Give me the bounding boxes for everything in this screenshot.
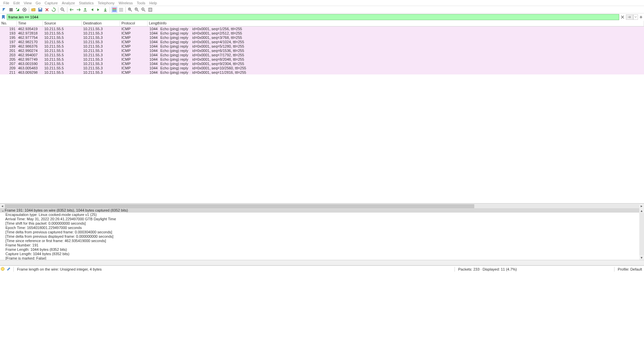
packet-list-pane[interactable]: No. Time Source Destination Protocol Len… [0, 21, 644, 204]
cell-no: 209 [0, 66, 17, 70]
cell-protocol: ICMP [120, 66, 148, 70]
display-filter-input[interactable] [7, 14, 619, 20]
toolbar: 1 [0, 6, 644, 13]
menu-tools[interactable]: Tools [135, 1, 148, 5]
menu-telephony[interactable]: Telephony [96, 1, 116, 5]
cell-time: 463.001590 [17, 62, 43, 66]
packet-row[interactable]: 197462.98217010.211.55.510.211.55.3ICMP1… [0, 40, 644, 44]
detail-field[interactable]: [Frame is marked: False] [0, 256, 644, 260]
packet-row[interactable]: 193462.97281810.211.55.510.211.55.3ICMP1… [0, 31, 644, 35]
goto-packet-icon[interactable] [82, 7, 88, 13]
menu-view[interactable]: View [22, 1, 34, 5]
cell-time: 462.972818 [17, 31, 43, 35]
cell-source: 10.211.55.5 [43, 40, 82, 44]
expert-info-icon[interactable] [1, 267, 5, 272]
packet-row[interactable]: 211463.00929810.211.55.510.211.55.3ICMP1… [0, 70, 644, 74]
packet-row[interactable]: 207463.00159010.211.55.510.211.55.3ICMP1… [0, 61, 644, 66]
filter-history-dropdown[interactable] [633, 14, 638, 20]
cell-source: 10.211.55.5 [43, 44, 82, 48]
menu-analyze[interactable]: Analyze [60, 1, 77, 5]
cell-protocol: ICMP [120, 40, 148, 44]
detail-field[interactable]: [Time shift for this packet: 0.000000000… [0, 221, 644, 226]
detail-field[interactable]: Frame Number: 191 [0, 243, 644, 247]
column-protocol[interactable]: Protocol [120, 21, 148, 26]
auto-scroll-icon[interactable] [102, 7, 108, 13]
packet-row[interactable]: 209463.00548310.211.55.510.211.55.3ICMP1… [0, 66, 644, 70]
status-profile[interactable]: Profile: Default [616, 267, 644, 271]
packet-list-hscrollbar[interactable]: ◂ ▸ [0, 204, 644, 208]
detail-field[interactable]: Epoch Time: 1654018001.229497000 seconds [0, 226, 644, 230]
zoom-in-icon[interactable] [127, 7, 133, 13]
resize-all-icon[interactable] [147, 7, 153, 13]
bookmark-filter-icon[interactable] [1, 15, 6, 19]
restart-capture-icon[interactable] [15, 7, 21, 13]
packet-row[interactable]: 205462.99774910.211.55.510.211.55.3ICMP1… [0, 57, 644, 61]
detail-field[interactable]: [Time since reference or first frame: 46… [0, 239, 644, 243]
packet-row[interactable]: 203462.99400710.211.55.510.211.55.3ICMP1… [0, 53, 644, 57]
goto-first-icon[interactable] [89, 7, 95, 13]
detail-field[interactable]: Encapsulation type: Linux cooked-mode ca… [0, 213, 644, 217]
detail-field[interactable]: Capture Length: 1044 bytes (8352 bits) [0, 252, 644, 256]
detail-field[interactable]: [Time delta from previous captured frame… [0, 230, 644, 234]
column-destination[interactable]: Destination [82, 21, 120, 26]
details-vscrollbar[interactable]: ▴ ▾ [639, 208, 644, 260]
scroll-track[interactable] [5, 204, 639, 208]
zoom-out-icon[interactable] [134, 7, 140, 13]
go-forward-icon[interactable] [75, 7, 82, 13]
scroll-up-icon[interactable]: ▴ [639, 208, 644, 213]
menu-help[interactable]: Help [147, 1, 159, 5]
edit-capture-comment-icon[interactable] [7, 267, 11, 272]
cell-protocol: ICMP [120, 44, 148, 48]
reload-icon[interactable] [51, 7, 57, 13]
menu-wireless[interactable]: Wireless [117, 1, 135, 5]
goto-last-icon[interactable] [96, 7, 102, 13]
find-icon[interactable] [60, 7, 66, 13]
detail-field[interactable]: [Time delta from previous displayed fram… [0, 234, 644, 239]
cell-source: 10.211.55.5 [43, 62, 82, 66]
menu-file[interactable]: File [1, 1, 11, 5]
column-no[interactable]: No. [0, 21, 17, 26]
close-file-icon[interactable] [44, 7, 50, 13]
go-back-icon[interactable] [69, 7, 75, 13]
scroll-right-icon[interactable]: ▸ [639, 204, 644, 208]
save-file-icon[interactable] [37, 7, 43, 13]
detail-field[interactable]: Arrival Time: May 31, 2022 20:26:41.2294… [0, 217, 644, 221]
stop-capture-icon[interactable] [8, 7, 14, 13]
column-time[interactable]: Time [17, 21, 43, 26]
capture-options-icon[interactable] [21, 7, 28, 13]
cell-destination: 10.211.55.3 [82, 49, 120, 53]
scroll-left-icon[interactable]: ◂ [0, 204, 5, 208]
cell-info: Echo (ping) reply id=0x0001, seq=4/1024,… [159, 40, 644, 44]
packet-row[interactable]: 201462.99027410.211.55.510.211.55.3ICMP1… [0, 48, 644, 53]
apply-filter-button[interactable] [626, 14, 633, 20]
detail-field[interactable]: Frame Length: 1044 bytes (8352 bits) [0, 247, 644, 252]
menu-statistics[interactable]: Statistics [77, 1, 96, 5]
column-length[interactable]: Length [148, 21, 159, 26]
packet-bytes-pane[interactable] [0, 260, 644, 266]
zoom-reset-icon[interactable]: 1 [141, 7, 147, 13]
open-file-icon[interactable] [31, 7, 37, 13]
packet-details-pane[interactable]: ⌄Frame 191: 1044 bytes on wire (8352 bit… [0, 208, 644, 260]
scroll-thumb[interactable] [5, 204, 474, 208]
cell-destination: 10.211.55.3 [82, 66, 120, 70]
column-info[interactable]: Info [159, 21, 644, 26]
status-bar: Frame length on the wire: Unsigned integ… [0, 266, 644, 272]
add-filter-button[interactable] [639, 14, 643, 20]
menu-edit[interactable]: Edit [11, 1, 22, 5]
colorize-icon[interactable] [111, 7, 117, 13]
scroll-down-icon[interactable]: ▾ [639, 255, 644, 260]
scroll-track[interactable] [639, 213, 644, 255]
cell-no: 191 [0, 27, 17, 31]
menu-capture[interactable]: Capture [43, 1, 60, 5]
column-source[interactable]: Source [43, 21, 82, 26]
start-capture-icon[interactable] [1, 7, 7, 13]
packet-row[interactable]: 191462.93541910.211.55.510.211.55.3ICMP1… [0, 26, 644, 31]
resize-columns-icon[interactable] [118, 7, 124, 13]
cell-length: 1044 [148, 27, 159, 31]
packet-row[interactable]: 195462.97775410.211.55.510.211.55.3ICMP1… [0, 35, 644, 40]
menu-go[interactable]: Go [34, 1, 43, 5]
clear-filter-icon[interactable] [620, 14, 625, 20]
detail-frame-header[interactable]: ⌄Frame 191: 1044 bytes on wire (8352 bit… [0, 208, 644, 213]
cell-info: Echo (ping) reply id=0x0001, seq=7/1792,… [159, 53, 644, 57]
packet-row[interactable]: 199462.98637610.211.55.510.211.55.3ICMP1… [0, 44, 644, 48]
